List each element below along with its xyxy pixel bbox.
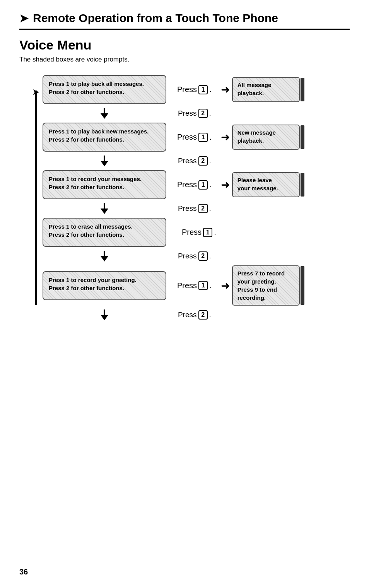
result-text-2: New messageplayback. [237, 129, 276, 144]
flow-row-3: Press 1 to record your messages.Press 2 … [43, 170, 350, 199]
diagram-bottom-spacer [43, 324, 350, 336]
down-arrow-row-4: Press 2. [43, 248, 350, 264]
prompt-text-1: Press 1 to play back all messages.Press … [49, 80, 144, 95]
down-arrow-row-3: Press 2. [43, 201, 350, 216]
left-bar-arrow-icon: ➤ [32, 87, 39, 97]
prompt-box-4: Press 1 to erase all messages.Press 2 fo… [43, 218, 166, 247]
press-num-8: 2 [198, 251, 208, 261]
prompt-box-1: Press 1 to play back all messages.Press … [43, 75, 166, 104]
page-title: Remote Operation from a Touch Tone Phone [33, 12, 278, 25]
press-num-6: 2 [198, 204, 208, 213]
press-num-4: 2 [198, 156, 208, 166]
press-1-label-row2: Press 1. [177, 133, 212, 142]
press-word-7: Press [182, 228, 202, 237]
down-arrow-2 [43, 156, 166, 166]
press-2-label-row2: Press 2. [178, 156, 211, 166]
prompt-text-3: Press 1 to record your messages.Press 2 … [49, 176, 142, 190]
result-box-5: Press 7 to record your greeting.Press 9 … [232, 265, 300, 306]
prompt-box-2: Press 1 to play back new messages.Press … [43, 123, 166, 152]
prompt-box-3: Press 1 to record your messages.Press 2 … [43, 170, 166, 199]
down-arrow-5 [43, 309, 166, 320]
press-word-5: Press [177, 180, 197, 189]
result-text-3: Please leaveyour message. [237, 177, 278, 191]
down-arrow-4 [43, 251, 166, 262]
prompt-text-2: Press 1 to play back new messages.Press … [49, 128, 149, 143]
press-2-label-row3: Press 2. [178, 204, 211, 213]
press-word-3: Press [177, 133, 197, 142]
arrow-right-5: ➜ [221, 279, 230, 292]
section-subtitle: The shaded boxes are voice prompts. [19, 56, 350, 63]
arrow-right-1: ➜ [221, 83, 230, 96]
page-number: 36 [19, 567, 28, 576]
press-num-10: 2 [198, 310, 208, 320]
prompt-text-4: Press 1 to erase all messages.Press 2 fo… [49, 223, 133, 238]
press-word-2a: Press [178, 109, 197, 118]
left-vertical-bar [35, 91, 37, 305]
flow-row-2: Press 1 to play back new messages.Press … [43, 123, 350, 152]
result-text-1: All messageplayback. [237, 82, 272, 96]
press-word-4: Press [178, 157, 197, 165]
down-arrow-row-2: Press 2. [43, 153, 350, 169]
press-2-label-row1: Press 2. [178, 109, 211, 118]
section-title: Voice Menu [19, 38, 350, 53]
press-1-label-row4: Press 1. [182, 228, 216, 237]
press-word-6: Press [178, 204, 197, 213]
press-num-9: 1 [198, 281, 208, 290]
press-num-1: 1 [198, 85, 208, 94]
page-header: ➤ Remote Operation from a Touch Tone Pho… [19, 12, 350, 30]
flow-row-4: Press 1 to erase all messages.Press 2 fo… [43, 218, 350, 247]
press-1-label-row1: Press 1. [177, 85, 212, 94]
press-word-10: Press [178, 311, 197, 319]
prompt-box-5: Press 1 to record your greeting.Press 2 … [43, 271, 166, 300]
flow-row-5: Press 1 to record your greeting.Press 2 … [43, 265, 350, 306]
press-2-label-row4: Press 2. [178, 251, 211, 261]
down-arrow-row-1: Press 2. [43, 106, 350, 121]
press-2-label-row5: Press 2. [178, 310, 211, 320]
result-box-1: All messageplayback. [232, 77, 300, 102]
flow-diagram: ➤ Press 1 to play back all messages.Pres… [43, 75, 350, 336]
press-word-8: Press [178, 252, 197, 260]
arrow-right-3: ➜ [221, 178, 230, 191]
down-arrow-row-5: Press 2. [43, 307, 350, 323]
prompt-text-5: Press 1 to record your greeting.Press 2 … [49, 277, 137, 291]
result-text-5: Press 7 to record your greeting.Press 9 … [237, 270, 285, 301]
press-num-2a: 2 [198, 109, 208, 118]
press-num-7: 1 [203, 228, 212, 237]
result-box-3: Please leaveyour message. [232, 172, 300, 197]
header-arrow-icon: ➤ [19, 12, 28, 25]
press-num-5: 1 [198, 180, 208, 190]
down-arrow-3 [43, 203, 166, 214]
flow-row-1: Press 1 to play back all messages.Press … [43, 75, 350, 104]
press-1-label-row5: Press 1. [177, 281, 212, 290]
press-num-3: 1 [198, 133, 208, 142]
press-word-1: Press [177, 85, 197, 94]
arrow-right-2: ➜ [221, 131, 230, 144]
down-arrow-1 [43, 108, 166, 119]
result-box-2: New messageplayback. [232, 125, 300, 150]
press-word-9: Press [177, 281, 197, 290]
press-1-label-row3: Press 1. [177, 180, 212, 190]
